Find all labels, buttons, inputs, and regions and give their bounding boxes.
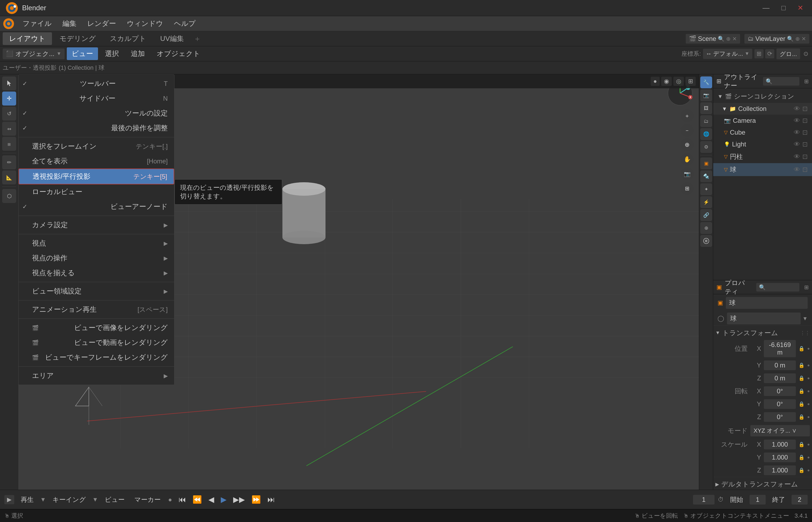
scale-y-lock[interactable]: 🔒: [798, 455, 805, 460]
rot-z-lock[interactable]: 🔒: [798, 414, 805, 420]
menu-sidebar[interactable]: ✓ サイドバー N: [19, 91, 174, 106]
menu-tool-settings[interactable]: ✓ ツールの設定: [19, 106, 174, 121]
transform-btn[interactable]: ⟳: [765, 49, 774, 58]
add-menu-btn[interactable]: 追加: [126, 47, 150, 60]
blender-menu-icon[interactable]: [3, 18, 15, 29]
coord-selector[interactable]: ↔ デフォル... ▼: [703, 49, 752, 59]
scale-z-dot[interactable]: ●: [807, 468, 810, 473]
playback-engine[interactable]: ▶: [4, 495, 14, 504]
menu-toolbar[interactable]: ✓ ツールバー T: [19, 76, 174, 91]
transform-tool[interactable]: ⊞: [2, 137, 16, 151]
scene-collection-row[interactable]: ▼ 🎬 シーンコレクション: [713, 90, 812, 103]
collection-filter-icon[interactable]: ⊡: [802, 105, 808, 113]
menu-render-img[interactable]: 🎬 ビューで画像をレンダリング: [19, 320, 174, 335]
position-y-field[interactable]: 0 m: [764, 360, 796, 370]
cube-vis-icon[interactable]: 👁: [794, 129, 800, 136]
scale-z-lock[interactable]: 🔒: [798, 467, 805, 473]
sphere-vis-icon[interactable]: 👁: [794, 166, 800, 173]
vp-shading-solid[interactable]: ●: [651, 77, 659, 86]
menu-viewpoint[interactable]: 視点 ▶: [19, 236, 174, 250]
menu-camera-settings[interactable]: カメラ設定 ▶: [19, 218, 174, 232]
output-props-icon[interactable]: 🖼: [700, 102, 712, 114]
ortho-grid-btn[interactable]: ⊞: [681, 182, 693, 195]
transform-options-icon[interactable]: ⋮⋮: [800, 330, 810, 336]
cylinder-vis-icon[interactable]: 👁: [794, 153, 800, 160]
outliner-light[interactable]: 💡 Light 👁 ⊡: [713, 138, 812, 150]
vp-shading-material[interactable]: ◉: [661, 77, 672, 86]
snap-btn[interactable]: ⊞: [754, 49, 764, 58]
object-menu-btn[interactable]: オブジェクト: [152, 47, 205, 60]
position-x-field[interactable]: -6.6169 m: [764, 340, 796, 357]
rotate-tool[interactable]: ↺: [2, 107, 16, 121]
rotation-y-field[interactable]: 0°: [764, 399, 796, 409]
scale-y-dot[interactable]: ●: [807, 455, 810, 460]
collection-row[interactable]: ▼ 📁 Collection 👁 ⊡: [713, 103, 812, 115]
scale-z-field[interactable]: 1.000: [764, 465, 796, 475]
menu-file[interactable]: ファイル: [18, 17, 57, 30]
menu-edit[interactable]: 編集: [58, 17, 81, 30]
menu-viewpoint-ops[interactable]: 視点の操作 ▶: [19, 250, 174, 265]
particles-props-icon[interactable]: ✦: [700, 183, 712, 195]
scale-y-field[interactable]: 1.000: [764, 453, 796, 462]
menu-view-region[interactable]: ビュー領域設定 ▶: [19, 284, 174, 299]
props-search[interactable]: 🔍: [756, 283, 799, 292]
scene-props-icon2[interactable]: 🌐: [700, 128, 712, 140]
record-icon[interactable]: ●: [167, 495, 174, 504]
data-name-field[interactable]: 球: [727, 313, 801, 324]
move-tool[interactable]: ✛: [2, 92, 16, 105]
menu-frame-all[interactable]: 全てを表示 [Home]: [19, 154, 174, 168]
menu-last-op[interactable]: ✓ 最後の操作を調整: [19, 121, 174, 135]
add-workspace-icon[interactable]: ＋: [191, 34, 203, 44]
physics-props-icon[interactable]: ⚡: [700, 196, 712, 208]
rot-x-lock[interactable]: 🔒: [798, 388, 805, 394]
minimize-button[interactable]: —: [759, 3, 773, 13]
scale-x-lock[interactable]: 🔒: [798, 442, 805, 447]
position-z-field[interactable]: 0 m: [764, 374, 796, 383]
menu-render-vid[interactable]: 🎬 ビューで動画をレンダリング: [19, 335, 174, 350]
menu-render-key[interactable]: 🎬 ビューでキーフレームをレンダリング: [19, 350, 174, 365]
jump-end-btn[interactable]: ⏭: [265, 494, 277, 505]
menu-perspective[interactable]: 透視投影/平行投影 テンキー[5]: [19, 168, 174, 184]
menu-window[interactable]: ウィンドウ: [122, 17, 168, 30]
pos-y-dot[interactable]: ●: [807, 363, 810, 368]
object-props-icon[interactable]: ▣: [700, 158, 712, 169]
tab-layout[interactable]: レイアウト: [3, 32, 52, 45]
vp-shading-rendered[interactable]: ◎: [673, 77, 684, 86]
pos-x-dot[interactable]: ●: [807, 346, 810, 351]
pos-z-dot[interactable]: ●: [807, 376, 810, 381]
camera-vis-icon[interactable]: 👁: [794, 117, 800, 124]
current-frame-field[interactable]: 1: [693, 495, 714, 504]
menu-render[interactable]: レンダー: [82, 17, 121, 30]
mode-selector[interactable]: ⬛ オブジェク... ▼: [3, 48, 65, 59]
tab-uv[interactable]: UV編集: [154, 32, 190, 45]
add-cube-tool[interactable]: ⬡: [2, 189, 16, 203]
outliner-filter-icon[interactable]: ⊞: [804, 78, 809, 84]
material-props-icon[interactable]: [700, 235, 712, 247]
vp-overlays-btn[interactable]: ⊞: [686, 77, 696, 86]
zoom-out-btn[interactable]: －: [681, 124, 693, 137]
end-frame-field[interactable]: 2: [792, 495, 808, 504]
menu-viewer-node[interactable]: ✓ ビューアーノード: [19, 199, 174, 214]
maximize-button[interactable]: □: [778, 3, 789, 13]
annotate-tool[interactable]: ✏: [2, 155, 16, 169]
global-select[interactable]: グロ...: [776, 48, 800, 59]
next-frame-btn[interactable]: ▶▶: [231, 494, 247, 505]
select-menu-btn[interactable]: 選択: [100, 47, 124, 60]
object-name-field[interactable]: 球: [726, 297, 808, 309]
menu-area[interactable]: エリア ▶: [19, 368, 174, 383]
zoom-in-btn[interactable]: ＋: [681, 109, 693, 122]
playback-label[interactable]: 再生: [18, 494, 37, 505]
close-button[interactable]: ✕: [794, 3, 807, 13]
props-options-icon[interactable]: ⊞: [804, 284, 809, 290]
timeline-view-label[interactable]: ビュー: [102, 494, 128, 505]
outliner-cube[interactable]: ▽ Cube 👁 ⊡: [713, 126, 812, 138]
proportional-edit-btn[interactable]: ⊙: [802, 49, 809, 58]
collection-visibility-icon[interactable]: 👁: [794, 105, 800, 113]
rot-y-lock[interactable]: 🔒: [798, 401, 805, 407]
prev-frame-btn[interactable]: ◀: [206, 494, 217, 505]
prev-key-btn[interactable]: ⏪: [190, 494, 204, 505]
select-tool[interactable]: [2, 77, 16, 91]
orbit-btn[interactable]: ⊕: [681, 138, 693, 151]
menu-play-anim[interactable]: アニメーション再生 [スペース]: [19, 302, 174, 317]
measure-tool[interactable]: 📐: [2, 170, 16, 184]
